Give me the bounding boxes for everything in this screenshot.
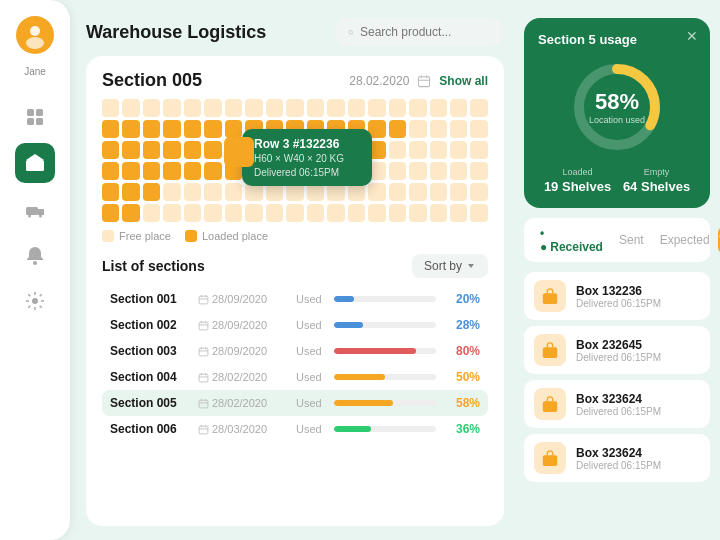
grid-cell[interactable]	[470, 162, 487, 180]
grid-cell[interactable]	[430, 120, 447, 138]
grid-cell[interactable]	[327, 204, 344, 222]
grid-cell[interactable]	[470, 99, 487, 117]
grid-cell[interactable]	[163, 99, 180, 117]
grid-cell[interactable]	[184, 99, 201, 117]
grid-cell[interactable]	[184, 141, 201, 159]
grid-cell[interactable]	[409, 120, 426, 138]
grid-cell[interactable]	[225, 204, 242, 222]
list-item[interactable]: Box 323624 Delivered 06:15PM	[524, 380, 710, 428]
sidebar-item-dashboard[interactable]	[15, 97, 55, 137]
grid-cell[interactable]	[122, 162, 139, 180]
sidebar-item-delivery[interactable]	[15, 189, 55, 229]
grid-cell[interactable]	[102, 141, 119, 159]
grid-cell[interactable]	[307, 204, 324, 222]
grid-cell[interactable]	[143, 141, 160, 159]
grid-cell[interactable]	[143, 162, 160, 180]
table-row[interactable]: Section 004 28/02/2020 Used 50%	[102, 364, 488, 390]
grid-cell[interactable]	[225, 99, 242, 117]
grid-cell[interactable]	[348, 204, 365, 222]
grid-cell[interactable]	[184, 183, 201, 201]
grid-cell[interactable]	[430, 141, 447, 159]
grid-cell[interactable]	[450, 183, 467, 201]
grid-cell[interactable]	[204, 99, 221, 117]
tab-sent[interactable]: Sent	[611, 229, 652, 251]
grid-cell[interactable]	[470, 183, 487, 201]
grid-cell[interactable]	[245, 99, 262, 117]
grid-cell[interactable]	[204, 162, 221, 180]
grid-cell[interactable]	[368, 99, 385, 117]
grid-cell[interactable]	[102, 183, 119, 201]
sidebar-item-warehouse[interactable]	[15, 143, 55, 183]
close-icon[interactable]: ✕	[686, 28, 698, 44]
grid-cell[interactable]	[450, 141, 467, 159]
grid-cell[interactable]	[102, 204, 119, 222]
grid-cell[interactable]	[389, 141, 406, 159]
grid-cell[interactable]	[184, 120, 201, 138]
grid-cell[interactable]	[163, 183, 180, 201]
grid-cell[interactable]	[143, 120, 160, 138]
grid-cell[interactable]	[430, 204, 447, 222]
grid-cell[interactable]	[286, 99, 303, 117]
grid-cell[interactable]	[163, 120, 180, 138]
grid-cell[interactable]	[409, 141, 426, 159]
grid-cell[interactable]	[389, 183, 406, 201]
list-item[interactable]: Box 132236 Delivered 06:15PM	[524, 272, 710, 320]
grid-cell[interactable]	[389, 162, 406, 180]
table-row[interactable]: Section 003 28/09/2020 Used 80%	[102, 338, 488, 364]
grid-cell[interactable]	[430, 162, 447, 180]
grid-cell[interactable]	[348, 99, 365, 117]
grid-cell[interactable]	[204, 120, 221, 138]
sidebar-item-notifications[interactable]	[15, 235, 55, 275]
show-all-link[interactable]: Show all	[439, 74, 488, 88]
grid-cell[interactable]	[470, 120, 487, 138]
grid-cell[interactable]	[102, 99, 119, 117]
grid-cell[interactable]	[184, 162, 201, 180]
grid-cell[interactable]	[266, 99, 283, 117]
grid-cell[interactable]	[430, 183, 447, 201]
grid-cell[interactable]	[143, 99, 160, 117]
search-container[interactable]	[334, 18, 504, 46]
list-item[interactable]: Box 323624 Delivered 06:15PM	[524, 434, 710, 482]
grid-cell[interactable]	[450, 120, 467, 138]
grid-cell[interactable]	[122, 99, 139, 117]
grid-cell[interactable]	[102, 162, 119, 180]
grid-cell[interactable]	[143, 183, 160, 201]
grid-cell[interactable]	[470, 204, 487, 222]
grid-cell[interactable]	[184, 204, 201, 222]
grid-cell[interactable]	[389, 204, 406, 222]
grid-cell[interactable]	[368, 183, 385, 201]
list-item[interactable]: Box 232645 Delivered 06:15PM	[524, 326, 710, 374]
grid-cell[interactable]	[122, 120, 139, 138]
grid-cell[interactable]	[409, 204, 426, 222]
grid-cell[interactable]	[450, 99, 467, 117]
grid-cell[interactable]	[204, 141, 221, 159]
table-row[interactable]: Section 002 28/09/2020 Used 28%	[102, 312, 488, 338]
grid-cell[interactable]	[409, 162, 426, 180]
grid-cell[interactable]	[450, 162, 467, 180]
tab-received[interactable]: ●Received	[532, 222, 611, 258]
tab-expected[interactable]: Expected	[652, 229, 718, 251]
grid-cell[interactable]	[122, 204, 139, 222]
grid-cell[interactable]	[163, 162, 180, 180]
grid-cell[interactable]	[204, 183, 221, 201]
grid-cell[interactable]	[409, 99, 426, 117]
grid-cell[interactable]	[368, 204, 385, 222]
grid-cell[interactable]	[122, 141, 139, 159]
grid-cell[interactable]	[266, 204, 283, 222]
grid-cell[interactable]	[409, 183, 426, 201]
grid-cell[interactable]	[327, 99, 344, 117]
table-row[interactable]: Section 005 28/02/2020 Used 58%	[102, 390, 488, 416]
table-row[interactable]: Section 006 28/03/2020 Used 36%	[102, 416, 488, 442]
grid-cell[interactable]	[143, 204, 160, 222]
grid-cell[interactable]	[102, 120, 119, 138]
grid-cell[interactable]	[163, 204, 180, 222]
grid-cell[interactable]	[286, 204, 303, 222]
search-input[interactable]	[360, 25, 490, 39]
grid-cell[interactable]	[389, 120, 406, 138]
grid-cell[interactable]	[245, 204, 262, 222]
grid-cell[interactable]	[307, 99, 324, 117]
grid-cell[interactable]	[225, 183, 242, 201]
sidebar-item-settings[interactable]	[15, 281, 55, 321]
grid-cell[interactable]	[225, 120, 242, 138]
grid-cell[interactable]	[163, 141, 180, 159]
